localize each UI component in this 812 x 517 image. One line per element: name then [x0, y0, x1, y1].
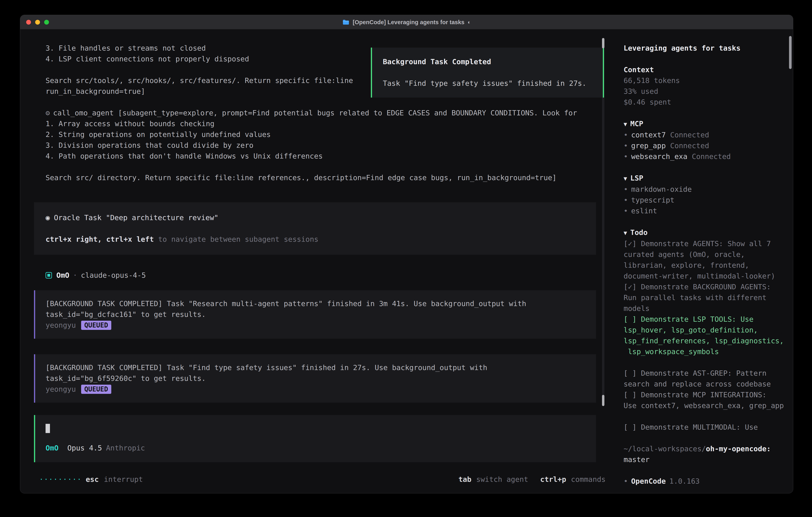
mcp-item-status: Connected	[692, 152, 731, 161]
interrupt-label: interrupt	[104, 474, 143, 485]
input-meta-row: OmO Opus 4.5 Anthropic	[46, 443, 596, 454]
mcp-heading-text: MCP	[630, 119, 643, 128]
input-model-name: Opus 4.5	[67, 443, 102, 454]
lsp-section-header[interactable]: ▼LSP	[624, 173, 785, 184]
blank-line	[383, 67, 603, 78]
lsp-item-name: markdown-oxide	[631, 185, 692, 193]
status-badge: QUEUED	[81, 385, 111, 394]
message-author: yeongyu	[46, 384, 76, 394]
workspace-path-row: ~/local-workspaces/oh-my-opencode:	[624, 443, 785, 454]
lsp-item: •typescript	[624, 195, 785, 206]
oracle-task-title-row: ◉Oracle Task "Deep architecture review"	[46, 212, 596, 223]
agent-name: OmO	[56, 270, 69, 281]
mcp-item-status: Connected	[670, 131, 709, 139]
todo-item: [ ] Demonstrate MULTIMODAL: Use	[624, 422, 785, 433]
todo-section-header[interactable]: ▼Todo	[624, 227, 785, 238]
tab-key-hint: tab	[458, 474, 471, 485]
todo-item: [ ] Demonstrate AST-GREP: Pattern search…	[624, 368, 785, 389]
lsp-section: ▼LSP •markdown-oxide •typescript •eslint	[624, 173, 785, 216]
bullet-icon: •	[624, 207, 628, 215]
context-spent: $0.46 spent	[624, 97, 785, 108]
shortcut-description: to navigate between subagent sessions	[158, 235, 318, 243]
workspace-path-prefix: ~/local-workspaces/	[624, 445, 706, 453]
bullet-icon: •	[624, 131, 628, 139]
bullet-icon: •	[624, 141, 628, 150]
status-badge: QUEUED	[81, 321, 111, 330]
bullet-icon: •	[624, 152, 628, 161]
main-scrollbar-thumb[interactable]	[602, 38, 604, 48]
message-block: [BACKGROUND TASK COMPLETED] Task "Resear…	[34, 290, 596, 339]
lsp-item: •markdown-oxide	[624, 184, 785, 195]
tool-call-item: 4. Path operations that don't handle Win…	[46, 151, 596, 162]
mcp-section-header[interactable]: ▼MCP	[624, 118, 785, 130]
app-version-footer: • OpenCode 1.0.163	[624, 476, 785, 487]
mcp-item-name: context7	[631, 131, 666, 139]
window-title-text: [OpenCode] Leveraging agents for tasks	[353, 17, 464, 28]
commands-key-hint: ctrl+p	[540, 474, 566, 485]
app-name: OpenCode	[631, 476, 666, 487]
agent-checkbox-icon	[46, 272, 52, 278]
lsp-heading-text: LSP	[630, 174, 643, 182]
agent-session-header[interactable]: OmO · claude-opus-4-5	[34, 270, 596, 281]
commands-label: commands	[571, 474, 606, 485]
context-section: Context 66,518 tokens 33% used $0.46 spe…	[624, 64, 785, 108]
half-circle-icon: ◐	[467, 17, 471, 28]
message-text: [BACKGROUND TASK COMPLETED] Task "Find t…	[46, 362, 596, 373]
tool-call-heading-text: call_omo_agent [subagent_type=explore, p…	[53, 109, 577, 117]
bullet-icon: •	[624, 196, 628, 204]
chevron-down-icon: ▼	[624, 121, 627, 128]
spinner-dots: ·········	[39, 474, 82, 485]
todo-item: [ ] Demonstrate MCP INTEGRATIONS: Use co…	[624, 389, 785, 411]
context-used: 33% used	[624, 86, 785, 97]
message-text: task_id="bg_6f59260c" to get results.	[46, 373, 596, 384]
mcp-item: •grep_appConnected	[624, 140, 785, 151]
minimize-button[interactable]	[35, 20, 40, 25]
close-button[interactable]	[26, 20, 31, 25]
notification-body: Task "Find type safety issues" finished …	[383, 78, 603, 89]
workspace-path: ~/local-workspaces/oh-my-opencode: maste…	[624, 443, 785, 465]
oracle-task-title: Oracle Task "Deep architecture review"	[54, 214, 219, 222]
switch-agent-label: switch agent	[476, 474, 528, 485]
notification-title: Background Task Completed	[383, 56, 603, 67]
window-controls	[26, 20, 49, 25]
lsp-item-name: eslint	[631, 207, 657, 215]
oracle-shortcut-row: ctrl+x right, ctrl+x leftto navigate bet…	[46, 234, 596, 245]
esc-key-hint: esc	[86, 474, 99, 485]
gear-icon: ⚙	[46, 109, 50, 117]
session-title: Leveraging agents for tasks	[624, 43, 785, 54]
tool-call-item: 1. Array access without bounds checking	[46, 118, 596, 129]
bullet-icon: •	[624, 185, 628, 193]
context-tokens: 66,518 tokens	[624, 75, 785, 86]
message-text: task_id="bg_dcfac161" to get results.	[46, 309, 596, 320]
status-bar: ········· esc interrupt tab switch agent…	[39, 474, 606, 485]
tool-call-footer: Search src/ directory. Return specific f…	[34, 172, 596, 183]
workspace-path-name: oh-my-opencode:	[706, 445, 771, 453]
tool-call-block: ⚙call_omo_agent [subagent_type=explore, …	[34, 108, 596, 162]
sidebar: Leveraging agents for tasks Context 66,5…	[624, 30, 785, 487]
lsp-item-name: typescript	[631, 196, 674, 204]
message-author: yeongyu	[46, 320, 76, 331]
lsp-item: •eslint	[624, 206, 785, 216]
mcp-item-name: grep_app	[631, 141, 666, 150]
fisheye-icon: ◉	[46, 214, 50, 222]
sidebar-scrollbar-thumb[interactable]	[789, 36, 792, 69]
bullet-icon: •	[624, 476, 628, 487]
todo-item: [✓] Demonstrate AGENTS: Show all 7 curat…	[624, 238, 785, 281]
shortcut-keys: ctrl+x right, ctrl+x left	[46, 235, 154, 243]
text-cursor	[46, 424, 50, 433]
tool-call-heading: ⚙call_omo_agent [subagent_type=explore, …	[46, 108, 596, 118]
context-heading: Context	[624, 64, 785, 75]
prompt-input[interactable]: OmO Opus 4.5 Anthropic	[34, 415, 596, 462]
mcp-item: •websearch_exaConnected	[624, 151, 785, 162]
workspace-branch: master	[624, 454, 785, 465]
main-scrollbar-thumb[interactable]	[602, 395, 604, 406]
zoom-button[interactable]	[44, 20, 49, 25]
chevron-down-icon: ▼	[624, 175, 627, 182]
chevron-down-icon: ▼	[624, 229, 627, 236]
blank-line	[46, 223, 596, 234]
folder-icon	[342, 19, 349, 25]
mcp-item-name: websearch_exa	[631, 152, 688, 161]
mcp-item: •context7Connected	[624, 130, 785, 140]
terminal-window: [OpenCode] Leveraging agents for tasks ◐…	[20, 15, 793, 493]
todo-heading-text: Todo	[630, 228, 647, 237]
